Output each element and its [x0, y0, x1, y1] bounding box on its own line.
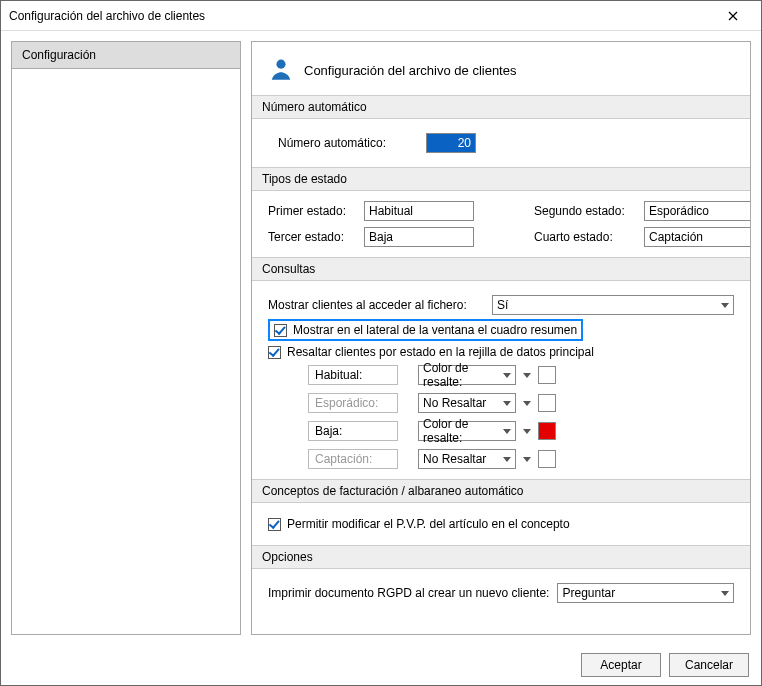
highlight-row2-mode[interactable]: No Resaltar [418, 393, 516, 413]
chk-show-sidebar[interactable] [274, 324, 287, 337]
close-icon[interactable] [713, 2, 753, 30]
section-states: Tipos de estado [252, 167, 750, 191]
highlight-row1-mode[interactable]: Color de resalte: [418, 365, 516, 385]
highlighted-option: Mostrar en el lateral de la ventana el c… [268, 319, 583, 341]
state4-input[interactable] [644, 227, 751, 247]
window-title: Configuración del archivo de clientes [9, 9, 713, 23]
chevron-down-icon [721, 591, 729, 596]
highlight-row1-swatch[interactable] [538, 366, 556, 384]
state2-label: Segundo estado: [534, 204, 644, 218]
chevron-down-icon[interactable] [523, 373, 531, 378]
chevron-down-icon [503, 429, 511, 434]
chevron-down-icon [721, 303, 729, 308]
cancel-button[interactable]: Cancelar [669, 653, 749, 677]
state3-input[interactable] [364, 227, 474, 247]
side-panel: Configuración [11, 41, 241, 635]
rgpd-select[interactable]: Preguntar [557, 583, 734, 603]
highlight-row4-swatch[interactable] [538, 450, 556, 468]
dialog-window: Configuración del archivo de clientes Co… [0, 0, 762, 686]
sidebar-tab-config[interactable]: Configuración [12, 42, 240, 69]
chk-allow-pvp-label: Permitir modificar el P.V.P. del artícul… [287, 517, 570, 531]
chevron-down-icon[interactable] [523, 457, 531, 462]
titlebar: Configuración del archivo de clientes [1, 1, 761, 31]
chevron-down-icon[interactable] [523, 429, 531, 434]
page-title: Configuración del archivo de clientes [304, 63, 516, 78]
state3-label: Tercer estado: [268, 230, 364, 244]
section-auto-number: Número automático [252, 95, 750, 119]
show-clients-value: Sí [497, 298, 508, 312]
section-queries: Consultas [252, 257, 750, 281]
state2-input[interactable] [644, 201, 751, 221]
auto-number-input[interactable] [426, 133, 476, 153]
chevron-down-icon[interactable] [523, 401, 531, 406]
chk-highlight-states[interactable] [268, 346, 281, 359]
show-clients-label: Mostrar clientes al acceder al fichero: [268, 298, 484, 312]
ok-button[interactable]: Aceptar [581, 653, 661, 677]
main-panel: Configuración del archivo de clientes Nú… [251, 41, 751, 635]
highlight-row2-label: Esporádico: [308, 393, 398, 413]
highlight-row1-label: Habitual: [308, 365, 398, 385]
highlight-row4-mode[interactable]: No Resaltar [418, 449, 516, 469]
section-billing: Conceptos de facturación / albaraneo aut… [252, 479, 750, 503]
chevron-down-icon [503, 373, 511, 378]
highlight-row3-swatch[interactable] [538, 422, 556, 440]
highlight-row2-swatch[interactable] [538, 394, 556, 412]
highlight-row3-mode[interactable]: Color de resalte: [418, 421, 516, 441]
main-header: Configuración del archivo de clientes [252, 42, 750, 95]
rgpd-label: Imprimir documento RGPD al crear un nuev… [268, 586, 549, 600]
rgpd-value: Preguntar [562, 586, 615, 600]
chevron-down-icon [503, 401, 511, 406]
show-clients-select[interactable]: Sí [492, 295, 734, 315]
chevron-down-icon [503, 457, 511, 462]
chk-show-sidebar-label: Mostrar en el lateral de la ventana el c… [293, 323, 577, 337]
state1-label: Primer estado: [268, 204, 364, 218]
auto-number-label: Número automático: [278, 136, 418, 150]
dialog-footer: Aceptar Cancelar [1, 645, 761, 685]
svg-point-0 [276, 60, 285, 69]
user-icon [268, 56, 294, 85]
dialog-body: Configuración Configuración del archivo … [1, 31, 761, 645]
chk-highlight-states-label: Resaltar clientes por estado en la rejil… [287, 345, 594, 359]
chk-allow-pvp[interactable] [268, 518, 281, 531]
highlight-row3-label: Baja: [308, 421, 398, 441]
highlight-row4-label: Captación: [308, 449, 398, 469]
state1-input[interactable] [364, 201, 474, 221]
section-options: Opciones [252, 545, 750, 569]
state4-label: Cuarto estado: [534, 230, 644, 244]
